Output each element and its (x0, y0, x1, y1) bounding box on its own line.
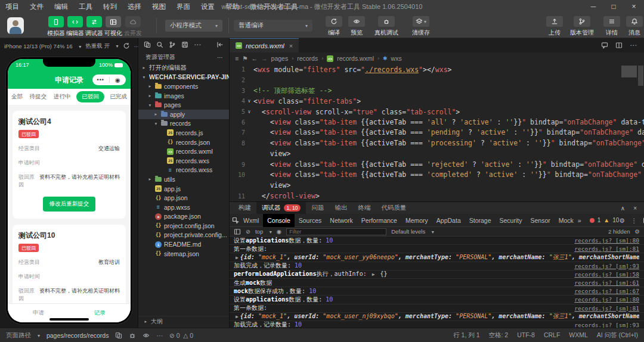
code-editor[interactable]: 1<wxs module="filters" src="./records.wx… (230, 64, 644, 201)
tree-item-project.private.config...[interactable]: {}project.private.config... (138, 231, 229, 240)
split-editor-icon[interactable] (615, 42, 623, 49)
status-WXML[interactable]: WXML (569, 331, 588, 340)
tree-item-records[interactable]: ▾records (138, 119, 229, 129)
action-消息[interactable]: 消息 (619, 16, 644, 37)
refresh-icon[interactable] (123, 42, 130, 49)
console-filter-input[interactable] (286, 228, 386, 235)
mode-button-可视化[interactable]: 可视化 (103, 16, 124, 38)
close-button[interactable]: × (624, 0, 644, 13)
more-icon[interactable]: ⋯ (194, 41, 201, 49)
source-link[interactable]: records.js? [sm]:93 (574, 322, 639, 328)
close-panel-icon[interactable]: × (633, 205, 637, 212)
console-settings-gear-icon[interactable]: ⚙ (634, 228, 640, 235)
breadcrumb-item-records.wxml[interactable]: records.wxml (337, 55, 374, 62)
capsule-menu[interactable]: ••• ◉ (92, 74, 126, 85)
git-branch-icon[interactable] (169, 41, 176, 48)
devtools-tab-Sensor[interactable]: Sensor (526, 214, 554, 227)
expand-arrow-icon[interactable]: ▶ (236, 314, 239, 319)
more-icon[interactable]: ⋯ (630, 41, 637, 49)
devtools-tab-Security[interactable]: Security (496, 214, 527, 227)
source-link[interactable]: records.js? [sm]:80 (574, 296, 639, 303)
status-空格-2[interactable]: 空格: 2 (489, 331, 509, 340)
fold-chevron-icon[interactable]: ∨ (245, 109, 253, 114)
log-levels-select[interactable]: Default levels ▾ (391, 228, 434, 235)
inspect-element-icon[interactable] (232, 217, 239, 224)
device-select[interactable]: iPhone 12/13 (Pro) 74% 16 ▾ (4, 43, 81, 49)
tree-item-records.wxss[interactable]: ≡records.wxss (138, 166, 229, 175)
panel-tab-代码质量[interactable]: 代码质量 (376, 202, 411, 214)
gutter-menu-icon[interactable]: ≡ (235, 55, 239, 62)
menu-文件[interactable]: 文件 (24, 0, 49, 13)
context-select[interactable]: top ▾ (255, 228, 272, 235)
source-link[interactable]: records.js? [sm]:81 (574, 305, 639, 312)
copy-icon[interactable] (115, 332, 122, 339)
panel-tab-输出[interactable]: 输出 (329, 202, 352, 214)
panel-tab-问题[interactable]: 问题 (306, 202, 329, 214)
user-avatar[interactable] (7, 17, 24, 34)
devtools-overflow-icon[interactable]: » (578, 217, 581, 224)
tree-item-images[interactable]: ▸images (138, 91, 229, 101)
menu-视图[interactable]: 视图 (147, 0, 171, 13)
settings-gear-icon[interactable]: ⚙ (619, 217, 624, 224)
devtools-tab-Console[interactable]: Console (263, 214, 295, 227)
status-行-1-列-1[interactable]: 行 1, 列 1 (453, 331, 479, 340)
menu-设置[interactable]: 设置 (196, 0, 220, 13)
mode-button-模拟器[interactable]: 模拟器 (45, 16, 67, 38)
panel-tab-调试器[interactable]: 调试器1, 10 (256, 202, 306, 214)
action-版本管理[interactable]: 版本管理 (566, 16, 597, 37)
devtools-tab-AppData[interactable]: AppData (432, 214, 465, 227)
devtools-tab-Performance[interactable]: Performance (357, 214, 401, 227)
tree-item-app.js[interactable]: JSapp.js (138, 184, 229, 194)
eye-icon[interactable] (143, 332, 150, 339)
editor-scrollbar[interactable] (638, 66, 643, 86)
source-link[interactable]: records.js? [sm]:61 (574, 279, 639, 286)
devtools-tab-Mock[interactable]: Mock (555, 214, 578, 227)
menu-工具[interactable]: 工具 (73, 0, 98, 13)
comment-icon[interactable] (601, 42, 608, 49)
clear-console-icon[interactable]: ⊘ (246, 228, 250, 235)
tree-item-project.config.json[interactable]: {}project.config.json (138, 221, 229, 231)
tab-records-wxml[interactable]: <> records.wxml × (230, 38, 299, 52)
expand-arrow-icon[interactable]: ▶ (372, 272, 375, 277)
panel-tab-终端[interactable]: 终端 (352, 202, 376, 214)
tree-item-records.wxml[interactable]: <>records.wxml (138, 147, 229, 156)
source-link[interactable]: records.js? [sm]:67 (574, 288, 639, 294)
menu-编辑[interactable]: 编辑 (49, 0, 73, 13)
forward-arrow-icon[interactable]: → (261, 55, 268, 62)
tabbar-item-申请[interactable]: 申请 (8, 309, 69, 317)
tree-item-records.json[interactable]: {}records.json (138, 138, 229, 147)
save-icon[interactable] (181, 41, 188, 48)
home-target-icon[interactable]: ◉ (110, 77, 126, 83)
menu-界面[interactable]: 界面 (171, 0, 196, 13)
close-icon[interactable]: × (289, 42, 293, 49)
expand-arrow-icon[interactable]: ▶ (236, 255, 239, 260)
search-icon[interactable] (156, 41, 163, 48)
more-icon[interactable]: ⋯ (217, 54, 223, 61)
collapse-sidebar-icon[interactable] (216, 41, 224, 48)
minimize-button[interactable]: ─ (583, 0, 603, 13)
menu-选择[interactable]: 选择 (122, 0, 147, 13)
more-icon[interactable]: ⋯ (156, 332, 163, 339)
action-真机调试[interactable]: 真机调试 (371, 16, 402, 37)
breadcrumb-item-wxs[interactable]: wxs (391, 55, 402, 62)
kebab-menu-icon[interactable]: ⋮ (631, 217, 637, 224)
tree-item-package.json[interactable]: npackage.json (138, 212, 229, 222)
devtools-tab-Sources[interactable]: Sources (295, 214, 326, 227)
filter-tab-已驳回[interactable]: 已驳回 (76, 91, 104, 102)
issue-counters[interactable]: 1▲10 (590, 217, 620, 223)
filter-tab-待提交[interactable]: 待提交 (29, 91, 48, 102)
bug-icon[interactable] (129, 332, 136, 339)
fold-chevron-icon[interactable]: ∨ (245, 98, 253, 104)
problem-counts[interactable]: ⊘ 0 △ 0 (169, 332, 193, 339)
tree-item-components[interactable]: ▸components (138, 82, 229, 91)
bookmark-icon[interactable]: ⚑ (242, 55, 247, 62)
tree-item-WECHAT-SERVICE-PAY-JINJIAN-...[interactable]: ▾WECHAT-SERVICE-PAY-JINJIAN-... (138, 73, 229, 82)
more-dots-icon[interactable]: ••• (92, 77, 109, 83)
tree-item-pages[interactable]: ▾pages (138, 100, 229, 110)
mode-button-云开发[interactable]: 云开发 (122, 16, 144, 38)
resubmit-button[interactable]: 修改后重新提交 (43, 197, 96, 212)
hidden-messages-label[interactable]: 2 hidden (608, 228, 630, 235)
hot-reload-toggle[interactable]: 热重载 开 ▾ (85, 42, 118, 50)
devtools-tab-Memory[interactable]: Memory (401, 214, 432, 227)
console-sidebar-icon[interactable] (234, 228, 241, 235)
